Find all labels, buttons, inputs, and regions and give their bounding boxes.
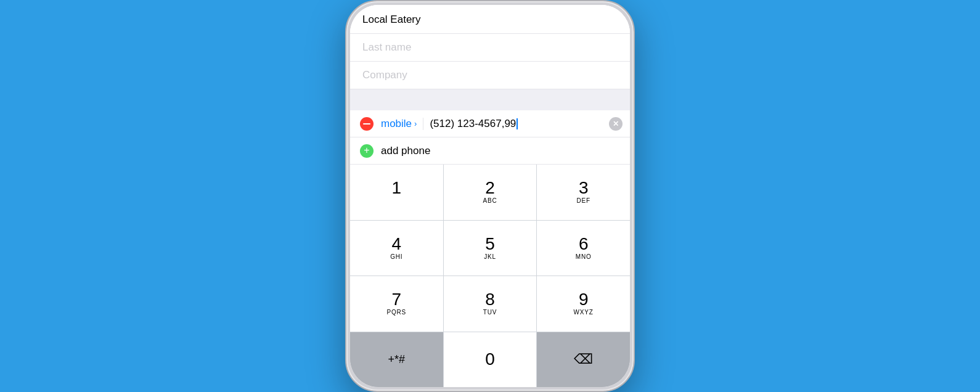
company-field[interactable]: Company (350, 62, 630, 89)
text-cursor (517, 118, 518, 129)
first-name-value: Local Eatery (362, 14, 421, 26)
key-9-letters: WXYZ (574, 309, 594, 316)
key-2-letters: ABC (483, 197, 497, 205)
phone-screen: Local Eatery Last name Company mobile › (350, 5, 630, 387)
key-5[interactable]: 5 JKL (444, 221, 537, 276)
chevron-right-icon: › (414, 119, 417, 128)
last-name-placeholder: Last name (362, 41, 411, 54)
key-9[interactable]: 9 WXYZ (537, 276, 630, 332)
key-backspace[interactable]: ⌫ (537, 332, 630, 388)
phone-input[interactable]: (512) 123-4567,99 (430, 118, 609, 130)
company-placeholder: Company (362, 69, 407, 81)
key-symbols[interactable]: +*# (350, 332, 443, 388)
keypad: 1 2 ABC 3 DEF 4 GHI 5 JKL (350, 165, 630, 387)
key-0[interactable]: 0 (444, 332, 537, 388)
key-5-letters: JKL (484, 253, 496, 261)
phone-label[interactable]: mobile › (381, 118, 417, 130)
key-7[interactable]: 7 PQRS (350, 276, 443, 332)
content-area: Local Eatery Last name Company mobile › (350, 5, 630, 387)
key-9-number: 9 (579, 291, 589, 308)
key-3-number: 3 (579, 179, 589, 197)
last-name-field[interactable]: Last name (350, 34, 630, 62)
form-section: Local Eatery Last name Company (350, 5, 630, 89)
key-2[interactable]: 2 ABC (444, 165, 537, 220)
key-2-number: 2 (485, 179, 495, 197)
first-name-field[interactable]: Local Eatery (350, 5, 630, 34)
key-4-letters: GHI (390, 253, 402, 261)
key-8[interactable]: 8 TUV (444, 276, 537, 332)
section-separator (350, 89, 630, 110)
phone-frame: Local Eatery Last name Company mobile › (345, 0, 635, 392)
key-0-number: 0 (485, 351, 495, 368)
minus-icon (363, 123, 370, 125)
key-3[interactable]: 3 DEF (537, 165, 630, 220)
add-phone-row[interactable]: + add phone (350, 137, 630, 165)
key-8-letters: TUV (483, 309, 497, 316)
key-8-number: 8 (485, 291, 495, 308)
key-4[interactable]: 4 GHI (350, 221, 443, 276)
backspace-icon: ⌫ (574, 351, 593, 367)
key-5-number: 5 (485, 235, 495, 253)
add-phone-label: add phone (381, 145, 430, 157)
remove-phone-button[interactable] (360, 117, 374, 131)
phone-number-value: (512) 123-4567,99 (430, 118, 516, 130)
phone-divider (423, 118, 423, 130)
key-3-letters: DEF (576, 197, 590, 205)
key-1-number: 1 (392, 179, 402, 197)
key-7-letters: PQRS (387, 309, 407, 316)
key-6[interactable]: 6 MNO (537, 221, 630, 276)
key-4-number: 4 (392, 235, 402, 253)
key-6-letters: MNO (576, 253, 592, 261)
clear-icon: ✕ (613, 120, 619, 128)
plus-icon: + (364, 145, 369, 155)
key-symbols-label: +*# (388, 353, 406, 366)
add-phone-button[interactable]: + (360, 144, 374, 158)
key-6-number: 6 (579, 235, 589, 253)
phone-row: mobile › (512) 123-4567,99 ✕ (350, 110, 630, 137)
key-1[interactable]: 1 (350, 165, 443, 220)
clear-phone-button[interactable]: ✕ (609, 117, 623, 131)
key-7-number: 7 (392, 291, 402, 308)
phone-type-label: mobile (381, 118, 412, 130)
